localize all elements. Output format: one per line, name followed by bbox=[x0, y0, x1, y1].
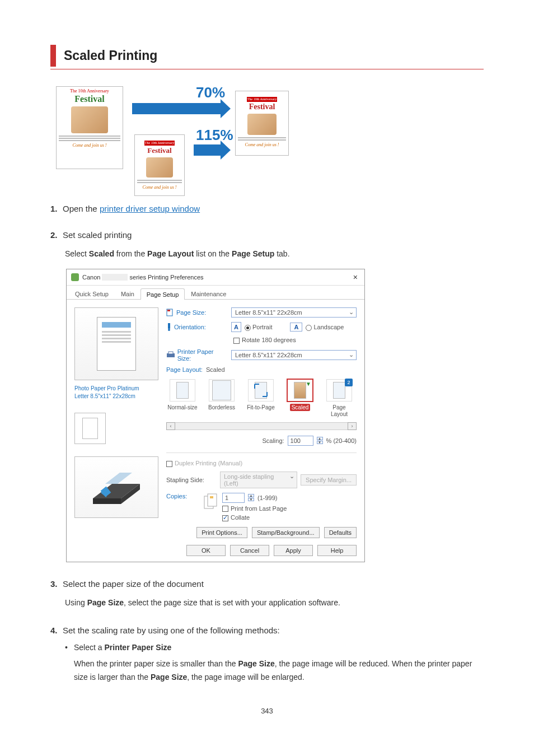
landscape-icon: A bbox=[290, 323, 302, 332]
poster-text-lines bbox=[59, 136, 120, 141]
printer-driver-setup-link[interactable]: printer driver setup window bbox=[100, 204, 200, 213]
poster-text-lines bbox=[137, 180, 182, 183]
step-4-title: Set the scaling rate by using one of the… bbox=[63, 626, 280, 635]
defaults-button[interactable]: Defaults bbox=[324, 527, 357, 538]
rotate-180-checkbox[interactable]: Rotate 180 degrees bbox=[233, 337, 296, 344]
svg-marker-3 bbox=[105, 473, 132, 484]
copies-input[interactable]: 1 bbox=[222, 493, 245, 503]
scaling-spinner[interactable]: ▲▼ bbox=[317, 437, 323, 444]
small-preview bbox=[74, 413, 106, 444]
page-layout-options: Normal-size Borderless Fit-to-Page ▼Scal… bbox=[166, 376, 357, 420]
layout-scrollbar[interactable]: ‹ › bbox=[166, 422, 357, 430]
scroll-right-button[interactable]: › bbox=[348, 422, 357, 430]
page-number: 343 bbox=[50, 707, 484, 715]
title-underline bbox=[50, 69, 484, 69]
poster-header: The 10th Anniversary bbox=[247, 97, 277, 102]
layout-page-layout[interactable]: 2Page Layout bbox=[324, 379, 355, 417]
step-number: 3. bbox=[50, 579, 63, 589]
bullet-icon: • bbox=[65, 643, 74, 652]
step-2-title: Set scaled printing bbox=[63, 230, 132, 240]
tab-maintenance[interactable]: Maintenance bbox=[185, 288, 232, 299]
print-options-button[interactable]: Print Options... bbox=[196, 527, 247, 538]
close-icon[interactable]: × bbox=[351, 273, 360, 282]
page-title: Scaled Printing bbox=[64, 48, 484, 63]
printer-preview bbox=[74, 456, 158, 518]
step-3-title: Select the paper size of the document bbox=[63, 579, 204, 589]
copies-label: Copies: bbox=[166, 493, 200, 500]
poster-join: Come and join us ! bbox=[59, 143, 120, 148]
step-number: 1. bbox=[50, 204, 63, 213]
redacted-model: xxxx bbox=[102, 274, 128, 281]
poster-image bbox=[71, 106, 108, 133]
tab-bar: Quick Setup Main Page Setup Maintenance bbox=[67, 286, 364, 300]
duplex-checkbox[interactable]: Duplex Printing (Manual) bbox=[166, 460, 242, 466]
scaling-input[interactable]: 100 bbox=[288, 436, 313, 446]
printer-paper-size-select[interactable]: Letter 8.5"x11" 22x28cm bbox=[231, 350, 357, 360]
arrow-reduce bbox=[132, 103, 222, 114]
scaling-label: Scaling: bbox=[262, 437, 284, 444]
copies-spinner[interactable]: ▲▼ bbox=[248, 494, 254, 501]
svg-rect-13 bbox=[208, 494, 217, 506]
copies-range: (1-999) bbox=[257, 494, 277, 501]
page-size-select[interactable]: Letter 8.5"x11" 22x28cm bbox=[231, 307, 357, 318]
preview-caption: Photo Paper Pro Platinum Letter 8.5"x11"… bbox=[74, 385, 158, 400]
stamp-background-button[interactable]: Stamp/Background... bbox=[252, 527, 320, 538]
orientation-icon bbox=[166, 323, 172, 331]
poster-brand: Festival bbox=[59, 94, 120, 104]
page-preview bbox=[74, 307, 158, 380]
step-1-text: Open the bbox=[63, 204, 100, 213]
poster-enlarged: The 10th Anniversary Festival Come and j… bbox=[134, 134, 185, 196]
ok-button[interactable]: OK bbox=[186, 545, 226, 556]
poster-image bbox=[247, 114, 277, 135]
printing-preferences-dialog: Canon xxxx series Printing Preferences ×… bbox=[66, 269, 365, 562]
tab-page-setup[interactable]: Page Setup bbox=[140, 288, 185, 300]
svg-rect-14 bbox=[210, 496, 213, 498]
poster-original: The 10th Anniversary Festival Come and j… bbox=[56, 86, 123, 169]
poster-brand: Festival bbox=[238, 102, 286, 111]
specify-margin-button: Specify Margin... bbox=[301, 474, 357, 486]
bullet-body: When the printer paper size is smaller t… bbox=[74, 657, 484, 684]
cancel-button[interactable]: Cancel bbox=[230, 545, 269, 556]
page-size-icon bbox=[166, 309, 174, 316]
poster-reduced: The 10th Anniversary Festival Come and j… bbox=[235, 91, 289, 156]
poster-header: The 10th Anniversary bbox=[59, 89, 120, 94]
poster-image bbox=[146, 157, 173, 178]
step-1-title: Open the printer driver setup window bbox=[63, 204, 200, 213]
svg-rect-8 bbox=[168, 323, 170, 329]
tab-quick-setup[interactable]: Quick Setup bbox=[69, 288, 115, 299]
svg-rect-11 bbox=[168, 352, 173, 354]
step-3-body: Using Page Size, select the page size th… bbox=[65, 596, 484, 609]
tab-main[interactable]: Main bbox=[115, 288, 140, 299]
printer-paper-size-label: Printer Paper Size: bbox=[166, 348, 228, 362]
scaling-illustration: The 10th Anniversary Festival Come and j… bbox=[56, 84, 291, 185]
page-layout-label: Page Layout: Scaled bbox=[166, 366, 357, 373]
portrait-radio[interactable]: Portrait bbox=[245, 324, 272, 331]
help-button[interactable]: Help bbox=[317, 545, 357, 556]
stapling-side-label: Stapling Side: bbox=[166, 477, 217, 483]
portrait-icon: A bbox=[231, 322, 241, 332]
poster-join: Come and join us ! bbox=[238, 142, 286, 147]
svg-rect-7 bbox=[167, 310, 170, 311]
dialog-title: Canon xxxx series Printing Preferences bbox=[82, 274, 351, 281]
poster-join: Come and join us ! bbox=[137, 185, 182, 190]
apply-button[interactable]: Apply bbox=[274, 545, 313, 556]
bullet-printer-paper-size: Select a Printer Paper Size bbox=[74, 643, 171, 652]
landscape-radio[interactable]: Landscape bbox=[306, 324, 344, 331]
page-size-label: Page Size: bbox=[166, 309, 228, 316]
orientation-label: Orientation: bbox=[166, 323, 228, 331]
dialog-titlebar: Canon xxxx series Printing Preferences × bbox=[67, 269, 364, 286]
copies-icon bbox=[203, 493, 219, 511]
print-from-last-checkbox[interactable]: Print from Last Page bbox=[222, 505, 287, 512]
poster-brand: Festival bbox=[137, 146, 182, 155]
printer-icon bbox=[166, 351, 175, 359]
scroll-left-button[interactable]: ‹ bbox=[166, 422, 175, 430]
poster-header: The 10th Anniversary bbox=[144, 141, 175, 146]
svg-marker-1 bbox=[93, 498, 121, 504]
layout-normal-size[interactable]: Normal-size bbox=[167, 379, 198, 417]
layout-fit-to-page[interactable]: Fit-to-Page bbox=[245, 379, 277, 417]
collate-checkbox[interactable]: Collate bbox=[222, 514, 250, 521]
layout-scaled[interactable]: ▼Scaled bbox=[284, 379, 316, 417]
step-number: 4. bbox=[50, 626, 63, 635]
layout-borderless[interactable]: Borderless bbox=[206, 379, 237, 417]
arrow-enlarge bbox=[194, 144, 222, 156]
